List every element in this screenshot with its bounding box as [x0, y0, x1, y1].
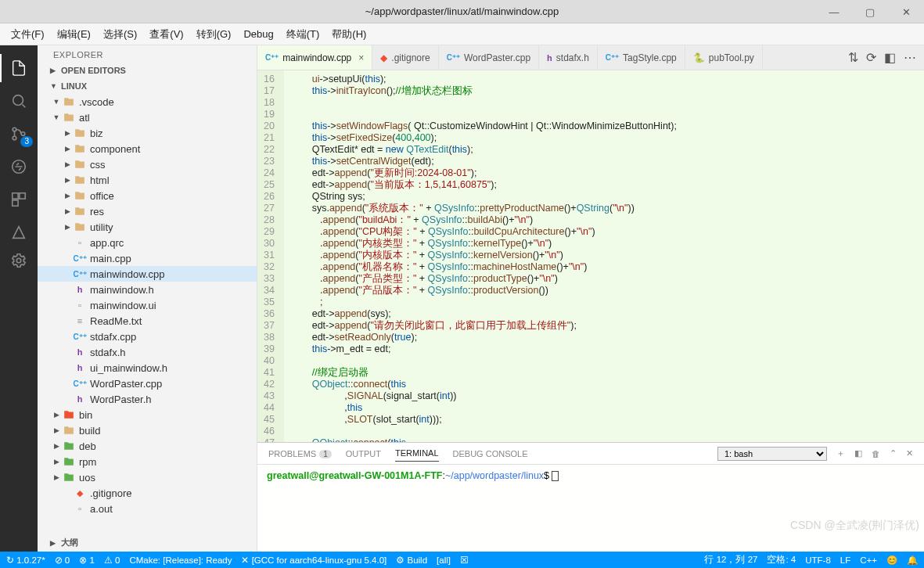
- outline-section[interactable]: ▶大纲: [38, 534, 257, 552]
- file-tree-item[interactable]: ▶bin: [38, 407, 257, 422]
- scm-activity[interactable]: 3: [0, 117, 38, 150]
- file-tree-item[interactable]: ▶biz: [38, 125, 257, 141]
- panel-tab[interactable]: TERMINAL: [395, 445, 439, 462]
- split-icon[interactable]: ◧: [884, 50, 896, 65]
- maximize-button[interactable]: ▢: [852, 0, 888, 23]
- file-tree-item[interactable]: C⁺⁺WordPaster.cpp: [38, 376, 257, 391]
- cpp-icon: C⁺⁺: [74, 252, 86, 264]
- menu-item[interactable]: 终端(T): [280, 23, 326, 45]
- status-item[interactable]: [all]: [437, 555, 451, 565]
- panel-tab[interactable]: PROBLEMS1: [268, 446, 332, 462]
- kill-terminal-button[interactable]: 🗑: [872, 449, 880, 458]
- status-item[interactable]: ☒: [460, 555, 469, 566]
- file-tree-item[interactable]: ▫a.out: [38, 501, 257, 516]
- file-tree-item[interactable]: ▶rpm: [38, 454, 257, 469]
- file-tree-item[interactable]: hWordPaster.h: [38, 391, 257, 407]
- settings-activity[interactable]: [0, 244, 38, 277]
- file-label: stdafx.cpp: [90, 331, 252, 343]
- menu-item[interactable]: 转到(G): [190, 23, 238, 45]
- panel-tab[interactable]: DEBUG CONSOLE: [453, 446, 528, 462]
- scm-badge: 3: [20, 136, 33, 147]
- more-icon[interactable]: ⋯: [904, 50, 916, 65]
- status-item[interactable]: UTF-8: [805, 555, 831, 565]
- status-item[interactable]: 🔔: [907, 555, 918, 566]
- cpp-icon: C⁺⁺: [447, 53, 460, 62]
- file-tree-item[interactable]: hstdafx.h: [38, 344, 257, 360]
- status-item[interactable]: 😊: [886, 555, 897, 566]
- terminal-selector[interactable]: 1: bash: [717, 447, 827, 461]
- add-terminal-button[interactable]: ＋: [836, 448, 845, 459]
- file-tree-item[interactable]: ▶deb: [38, 438, 257, 454]
- sync-icon[interactable]: ⟳: [866, 50, 876, 65]
- open-editors-section[interactable]: ▶OPEN EDITORS: [38, 63, 257, 78]
- status-item[interactable]: 行 12，列 27: [704, 554, 757, 566]
- explorer-activity[interactable]: [0, 52, 38, 84]
- compare-icon[interactable]: ⇅: [848, 50, 858, 65]
- menu-item[interactable]: 选择(S): [97, 23, 143, 45]
- editor-tab[interactable]: C⁺⁺mainwindow.cpp×: [257, 45, 372, 70]
- file-tree-item[interactable]: ▶html: [38, 172, 257, 188]
- status-item[interactable]: 空格: 4: [767, 554, 796, 566]
- panel-tab[interactable]: OUTPUT: [346, 446, 381, 462]
- file-tree-item[interactable]: ▶office: [38, 188, 257, 203]
- file-tree-item[interactable]: ▶res: [38, 203, 257, 219]
- search-activity[interactable]: [0, 84, 38, 117]
- debug-activity[interactable]: [0, 150, 38, 183]
- file-tree-item[interactable]: C⁺⁺mainwindow.cpp: [38, 266, 257, 282]
- file-tree-item[interactable]: ▫app.qrc: [38, 235, 257, 250]
- code-content[interactable]: ui->setupUi(this); this->initTrayIcon();…: [284, 70, 683, 442]
- status-item[interactable]: ⊗ 1: [79, 555, 95, 566]
- menu-item[interactable]: Debug: [237, 23, 279, 45]
- file-tree-item[interactable]: ▼.vscode: [38, 94, 257, 110]
- status-item[interactable]: ⚠ 0: [104, 555, 120, 566]
- file-tree-item[interactable]: hui_mainwindow.h: [38, 360, 257, 376]
- tab-close-button[interactable]: ×: [355, 52, 364, 63]
- file-tree-item[interactable]: hmainwindow.h: [38, 282, 257, 297]
- status-item[interactable]: LF: [840, 555, 850, 565]
- problems-badge: 1: [319, 450, 332, 458]
- split-terminal-button[interactable]: ◧: [854, 448, 862, 458]
- file-tree-item[interactable]: C⁺⁺main.cpp: [38, 250, 257, 266]
- activity-bar: 3: [0, 45, 38, 552]
- file-tree-item[interactable]: ▫mainwindow.ui: [38, 297, 257, 313]
- terminal-body[interactable]: greatwall@greatwall-GW-001M1A-FTF:~/app/…: [257, 465, 924, 552]
- close-button[interactable]: ✕: [888, 0, 924, 23]
- status-item[interactable]: CMake: [Release]: Ready: [129, 555, 232, 565]
- file-tree-item[interactable]: ≡ReadMe.txt: [38, 313, 257, 329]
- menu-item[interactable]: 查看(V): [143, 23, 189, 45]
- editor-tab[interactable]: ◆.gitignore: [372, 45, 438, 70]
- header-icon: h: [74, 393, 86, 405]
- file-tree-item[interactable]: ◆.gitignore: [38, 485, 257, 501]
- svg-rect-5: [13, 193, 18, 199]
- file-tree-item[interactable]: ▶component: [38, 141, 257, 156]
- editor-tab[interactable]: hstdafx.h: [539, 45, 598, 70]
- folder-icon: [74, 174, 86, 186]
- maximize-panel-button[interactable]: ⌃: [890, 448, 897, 458]
- git-icon: ◆: [380, 52, 387, 63]
- code-area[interactable]: 1617181920212223242526272829303132333435…: [257, 70, 924, 442]
- file-tree-item[interactable]: ▶uos: [38, 469, 257, 485]
- svg-point-1: [13, 128, 16, 131]
- status-item[interactable]: ⊘ 0: [55, 555, 70, 566]
- svg-point-0: [13, 95, 23, 106]
- file-tree-item[interactable]: ▶build: [38, 422, 257, 438]
- status-item[interactable]: ⚙ Build: [396, 555, 427, 566]
- extensions-activity[interactable]: [0, 183, 38, 216]
- file-tree-item[interactable]: ▼atl: [38, 110, 257, 125]
- status-item[interactable]: ↻ 1.0.27*: [6, 555, 45, 566]
- editor-tab[interactable]: C⁺⁺WordPaster.cpp: [439, 45, 539, 70]
- file-tree-item[interactable]: ▶utility: [38, 219, 257, 235]
- menu-item[interactable]: 编辑(E): [51, 23, 97, 45]
- file-tree-item[interactable]: C⁺⁺stdafx.cpp: [38, 329, 257, 344]
- minimize-button[interactable]: —: [816, 0, 852, 23]
- tab-label: stdafx.h: [556, 52, 589, 63]
- status-item[interactable]: ✕ [GCC for aarch64-linux-gnu 5.4.0]: [241, 555, 386, 566]
- file-tree-item[interactable]: ▶css: [38, 156, 257, 172]
- close-panel-button[interactable]: ✕: [906, 448, 913, 458]
- status-item[interactable]: C++: [860, 555, 877, 565]
- editor-tab[interactable]: 🐍pubTool.py: [685, 45, 763, 70]
- editor-tab[interactable]: C⁺⁺TagStyle.cpp: [598, 45, 685, 70]
- workspace-section[interactable]: ▼LINUX: [38, 78, 257, 94]
- menu-item[interactable]: 文件(F): [5, 23, 51, 45]
- menu-item[interactable]: 帮助(H): [325, 23, 372, 45]
